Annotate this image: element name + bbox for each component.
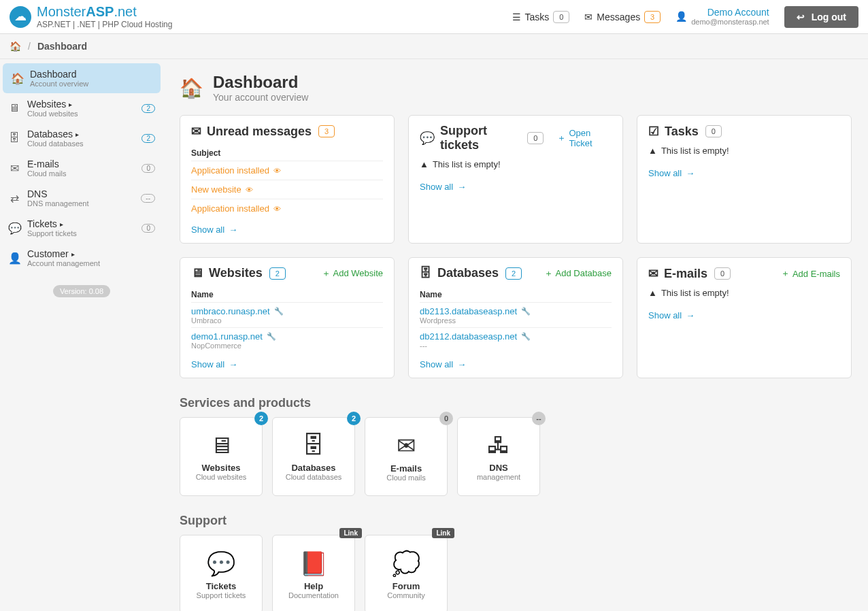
- user-icon: 👤: [675, 11, 687, 22]
- chat-icon: 💬: [8, 222, 20, 235]
- section-services-heading: Services and products: [180, 396, 852, 410]
- chevron-right-icon: ▸: [69, 101, 72, 108]
- arrow-right-icon: →: [229, 359, 237, 369]
- envelope-icon: ✉: [397, 432, 416, 459]
- tile-databases[interactable]: 2 🗄 Databases Cloud databases: [272, 417, 355, 496]
- show-all-link[interactable]: Show all→: [648, 310, 695, 320]
- tile-dns[interactable]: -- 🖧 DNS management: [457, 417, 540, 496]
- brand-tagline: ASP.NET | .NET | PHP Cloud Hosting: [37, 20, 172, 29]
- tile-badge: 0: [439, 412, 453, 425]
- warning-icon: ▲: [648, 288, 657, 298]
- add-database-link[interactable]: ＋Add Database: [544, 267, 612, 280]
- home-icon[interactable]: 🏠: [10, 41, 21, 52]
- add-website-link[interactable]: ＋Add Website: [322, 267, 383, 280]
- arrow-right-icon: →: [457, 182, 466, 192]
- plus-icon: ＋: [557, 132, 566, 144]
- plus-icon: ＋: [781, 267, 790, 280]
- message-row[interactable]: New website👁: [191, 180, 383, 199]
- list-item: demo1.runasp.net🔧 NopCommerce: [191, 327, 383, 352]
- list-item: db2113.databaseasp.net🔧 Wordpress: [420, 302, 612, 327]
- messages-count-badge: 3: [644, 11, 661, 23]
- arrow-right-icon: →: [686, 310, 695, 320]
- website-link[interactable]: demo1.runasp.net🔧: [191, 331, 276, 342]
- chevron-right-icon: ▸: [60, 220, 63, 228]
- breadcrumb: 🏠 / Dashboard: [0, 34, 868, 59]
- main-content: 🏠 Dashboard Your account overview ✉Unrea…: [163, 59, 868, 611]
- wrench-icon: 🔧: [521, 307, 531, 316]
- topbar-tasks[interactable]: ☰ Tasks 0: [512, 11, 570, 23]
- brand[interactable]: MonsterASP.net ASP.NET | .NET | PHP Clou…: [10, 4, 172, 29]
- website-link[interactable]: umbraco.runasp.net🔧: [191, 306, 284, 316]
- arrow-right-icon: →: [229, 225, 237, 235]
- tile-tickets[interactable]: 💬 Tickets Support tickets: [180, 535, 263, 611]
- arrow-right-icon: →: [686, 168, 695, 178]
- list-item: umbraco.runasp.net🔧 Umbraco: [191, 302, 383, 327]
- tasks-icon: ☰: [512, 12, 521, 22]
- messages-count-badge: 3: [318, 125, 335, 137]
- sidebar-item-tickets[interactable]: 💬 Tickets▸ Support tickets 0: [0, 213, 163, 243]
- database-icon: 🗄: [8, 132, 20, 144]
- database-link[interactable]: db2113.databaseasp.net🔧: [420, 306, 531, 316]
- sidebar-item-databases[interactable]: 🗄 Databases▸ Cloud databases 2: [0, 123, 163, 153]
- column-header: Name: [191, 287, 383, 302]
- sidebar-item-websites[interactable]: 🖥 Websites▸ Cloud websites 2: [0, 93, 163, 123]
- sidebar-item-emails[interactable]: ✉ E-mails Cloud mails 0: [0, 153, 163, 183]
- topbar-account[interactable]: 👤 Demo Account demo@monsterasp.net: [675, 7, 769, 26]
- empty-message: ▲This list is empty!: [648, 146, 840, 156]
- monitor-icon: 🖥: [210, 432, 233, 459]
- chevron-right-icon: ▸: [76, 131, 79, 138]
- sidebar: 🏠 Dashboard Account overview 🖥 Websites▸…: [0, 59, 163, 611]
- chat-icon: 💬: [207, 550, 235, 577]
- tasks-icon: ☑: [648, 124, 659, 139]
- page-head: 🏠 Dashboard Your account overview: [180, 73, 852, 103]
- count-badge: 0: [714, 267, 731, 280]
- warning-icon: ▲: [420, 159, 429, 169]
- tile-websites[interactable]: 2 🖥 Websites Cloud websites: [180, 417, 263, 496]
- show-all-link[interactable]: Show all→: [420, 182, 466, 192]
- account-email: demo@monsterasp.net: [691, 18, 769, 26]
- chat-bubble-icon: 💭: [392, 550, 420, 577]
- chevron-right-icon: ▸: [71, 250, 75, 258]
- sidebar-item-dashboard[interactable]: 🏠 Dashboard Account overview: [3, 63, 161, 93]
- show-all-link[interactable]: Show all→: [420, 359, 466, 369]
- tile-emails[interactable]: 0 ✉ E-mails Cloud mails: [365, 417, 448, 496]
- tile-forum[interactable]: Link 💭 Forum Community: [365, 535, 448, 611]
- tile-help[interactable]: Link 📕 Help Documentation: [272, 535, 355, 611]
- envelope-icon: ✉: [584, 12, 592, 22]
- add-emails-link[interactable]: ＋Add E-mails: [781, 267, 840, 280]
- show-all-link[interactable]: Show all→: [648, 168, 695, 178]
- count-badge: 2: [269, 267, 286, 280]
- wrench-icon: 🔧: [521, 332, 531, 341]
- empty-message: ▲This list is empty!: [420, 159, 612, 169]
- sidebar-item-dns[interactable]: ⇄ DNS DNS management --: [0, 183, 163, 213]
- sidebar-badge: 2: [141, 134, 155, 143]
- message-row[interactable]: Application installed👁: [191, 161, 383, 180]
- page-title: Dashboard: [213, 73, 308, 92]
- logout-icon: ↩: [797, 12, 805, 22]
- message-row[interactable]: Application installed👁: [191, 199, 383, 218]
- panel-websites: 🖥Websites 2 ＋Add Website Name umbraco.ru…: [180, 257, 395, 378]
- eye-icon: 👁: [273, 205, 281, 213]
- show-all-link[interactable]: Show all→: [191, 225, 237, 235]
- eye-icon: 👁: [273, 167, 281, 175]
- sidebar-item-customer[interactable]: 👤 Customer▸ Account management: [0, 243, 163, 273]
- envelope-icon: ✉: [191, 124, 201, 139]
- chat-icon: 💬: [420, 131, 435, 146]
- tile-badge: --: [532, 412, 546, 425]
- section-support-heading: Support: [180, 514, 852, 528]
- logout-button[interactable]: ↩ Log out: [784, 6, 858, 28]
- topbar-messages[interactable]: ✉ Messages 3: [584, 11, 661, 23]
- book-icon: 📕: [299, 550, 328, 577]
- database-link[interactable]: db2112.databaseasp.net🔧: [420, 331, 531, 342]
- brand-logo-icon: [10, 6, 31, 28]
- open-ticket-link[interactable]: ＋Open Ticket: [557, 128, 612, 148]
- plus-icon: ＋: [322, 267, 331, 280]
- show-all-link[interactable]: Show all→: [191, 359, 237, 369]
- tasks-count-badge: 0: [553, 11, 569, 23]
- link-badge: Link: [432, 528, 454, 538]
- breadcrumb-current: Dashboard: [37, 41, 87, 52]
- count-badge: 2: [505, 267, 522, 280]
- empty-message: ▲This list is empty!: [648, 288, 840, 298]
- panel-databases: 🗄Databases 2 ＋Add Database Name db2113.d…: [408, 257, 623, 378]
- tile-badge: 2: [347, 412, 361, 425]
